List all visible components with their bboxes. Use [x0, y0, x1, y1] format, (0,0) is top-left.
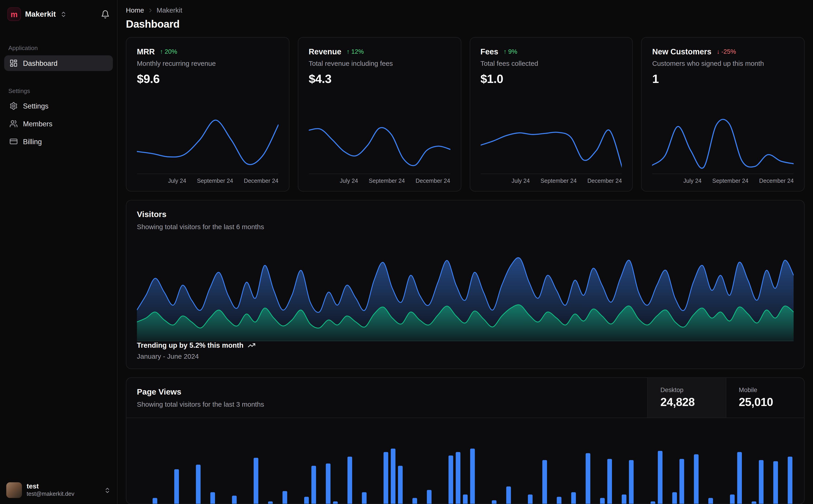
user-meta: test test@makerkit.dev	[27, 482, 74, 498]
stat-value: $1.0	[480, 72, 622, 86]
trend-delta: -25%	[721, 48, 736, 55]
x-axis-ticks: July 24 September 24 December 24	[652, 178, 794, 184]
visitors-trend-text: Trending up by 5.2% this month	[137, 341, 244, 349]
trend-badge: ↓ -25%	[717, 48, 736, 55]
mrr-sparkline-chart	[137, 116, 279, 174]
trend-badge: ↑ 9%	[504, 48, 517, 55]
sidebar-header: m Makerkit	[0, 6, 117, 22]
visitors-card: Visitors Showing total visitors for the …	[126, 200, 805, 369]
x-tick-label: September 24	[197, 178, 233, 184]
sidebar-item-label: Members	[23, 120, 53, 127]
credit-card-icon	[9, 137, 18, 146]
makerkit-logo-icon: m	[7, 7, 21, 21]
stat-description: Total fees collected	[480, 59, 622, 67]
new-customers-sparkline-chart	[652, 116, 794, 174]
visitors-title: Visitors	[137, 210, 794, 219]
chevrons-up-down-icon	[60, 11, 67, 18]
breadcrumb-home-link[interactable]: Home	[126, 6, 144, 14]
main-content: Home Makerkit Dashboard MRR ↑ 20% Monthl…	[117, 0, 813, 504]
toggle-label: Desktop	[661, 386, 713, 394]
x-tick-label: July 24	[683, 178, 702, 184]
sidebar-item-dashboard[interactable]: Dashboard	[4, 55, 113, 71]
stat-cards-row: MRR ↑ 20% Monthly recurring revenue $9.6…	[126, 37, 805, 191]
page-views-card: Page Views Showing total visitors for th…	[126, 377, 805, 504]
x-tick-label: July 24	[340, 178, 358, 184]
stat-description: Customers who signed up this month	[652, 59, 794, 67]
stat-card-revenue: Revenue ↑ 12% Total revenue including fe…	[298, 37, 461, 191]
trend-delta: 9%	[508, 48, 517, 55]
stat-title: Fees	[480, 47, 498, 56]
x-tick-label: December 24	[416, 178, 450, 184]
x-tick-label: July 24	[168, 178, 186, 184]
visitors-area-chart	[137, 239, 794, 341]
fees-sparkline-chart	[480, 116, 622, 174]
x-tick-label: September 24	[369, 178, 405, 184]
x-tick-label: December 24	[244, 178, 278, 184]
x-tick-label: December 24	[759, 178, 794, 184]
trend-up-arrow-icon: ↑	[160, 48, 163, 55]
chevrons-up-down-icon	[104, 487, 111, 493]
sidebar-section-application: Application	[0, 45, 117, 51]
stat-title: New Customers	[652, 47, 712, 56]
x-tick-label: July 24	[511, 178, 530, 184]
sidebar-item-billing[interactable]: Billing	[4, 134, 113, 149]
trend-up-arrow-icon: ↑	[504, 48, 507, 55]
sparkline-wrap: July 24 September 24 December 24	[480, 116, 622, 184]
trend-delta: 20%	[165, 48, 177, 55]
x-tick-label: September 24	[541, 178, 577, 184]
stat-description: Monthly recurring revenue	[137, 59, 279, 67]
x-tick-label: December 24	[587, 178, 622, 184]
app-root: m Makerkit Application Dashboard Settin	[0, 0, 813, 504]
x-axis-ticks: July 24 September 24 December 24	[480, 178, 622, 184]
layout-dashboard-icon	[9, 59, 18, 67]
breadcrumb-current: Makerkit	[157, 6, 182, 14]
sidebar-item-label: Settings	[23, 102, 48, 110]
stat-title: MRR	[137, 47, 155, 56]
sidebar-item-members[interactable]: Members	[4, 116, 113, 132]
bell-icon	[101, 10, 110, 19]
sparkline-wrap: July 24 September 24 December 24	[652, 116, 794, 184]
chevron-right-icon	[147, 7, 153, 13]
toggle-label: Mobile	[739, 386, 792, 394]
toggle-value: 25,010	[739, 396, 792, 409]
revenue-sparkline-chart	[309, 116, 450, 174]
sidebar: m Makerkit Application Dashboard Settin	[0, 0, 117, 504]
toggle-mobile[interactable]: Mobile 25,010	[726, 378, 804, 418]
users-icon	[9, 119, 18, 128]
sidebar-item-label: Dashboard	[23, 59, 58, 67]
sidebar-item-label: Billing	[23, 138, 42, 145]
stat-card-new-customers: New Customers ↓ -25% Customers who signe…	[641, 37, 805, 191]
breadcrumb: Home Makerkit	[126, 6, 805, 14]
sidebar-item-settings[interactable]: Settings	[4, 98, 113, 114]
stat-title: Revenue	[309, 47, 341, 56]
page-views-bar-chart	[137, 425, 794, 504]
sparkline-wrap: July 24 September 24 December 24	[309, 116, 450, 184]
trending-up-icon	[248, 341, 256, 349]
visitors-footer: Trending up by 5.2% this month January -…	[137, 341, 794, 360]
user-email: test@makerkit.dev	[27, 491, 74, 498]
notifications-bell-button[interactable]	[101, 10, 110, 19]
gear-icon	[9, 102, 18, 110]
user-menu[interactable]: test test@makerkit.dev	[0, 477, 117, 504]
page-views-description: Showing total visitors for the last 3 mo…	[137, 400, 637, 408]
workspace-selector[interactable]: m Makerkit	[7, 7, 67, 21]
user-name: test	[27, 482, 74, 491]
stat-value: 1	[652, 72, 794, 86]
stat-description: Total revenue including fees	[309, 59, 450, 67]
page-views-header: Page Views Showing total visitors for th…	[126, 378, 804, 418]
sparkline-wrap: July 24 September 24 December 24	[137, 116, 279, 184]
toggle-value: 24,828	[661, 396, 713, 409]
stat-value: $4.3	[309, 72, 450, 86]
stat-card-mrr: MRR ↑ 20% Monthly recurring revenue $9.6…	[126, 37, 290, 191]
page-views-toggles: Desktop 24,828 Mobile 25,010	[648, 378, 804, 418]
x-tick-label: September 24	[712, 178, 749, 184]
trend-up-arrow-icon: ↑	[347, 48, 350, 55]
x-axis-ticks: July 24 September 24 December 24	[137, 178, 279, 184]
visitors-date-range: January - June 2024	[137, 352, 794, 360]
trend-badge: ↑ 20%	[160, 48, 177, 55]
toggle-desktop[interactable]: Desktop 24,828	[648, 378, 726, 418]
trend-down-arrow-icon: ↓	[717, 48, 720, 55]
stat-value: $9.6	[137, 72, 279, 86]
visitors-description: Showing total visitors for the last 6 mo…	[137, 223, 794, 231]
x-axis-ticks: July 24 September 24 December 24	[309, 178, 450, 184]
